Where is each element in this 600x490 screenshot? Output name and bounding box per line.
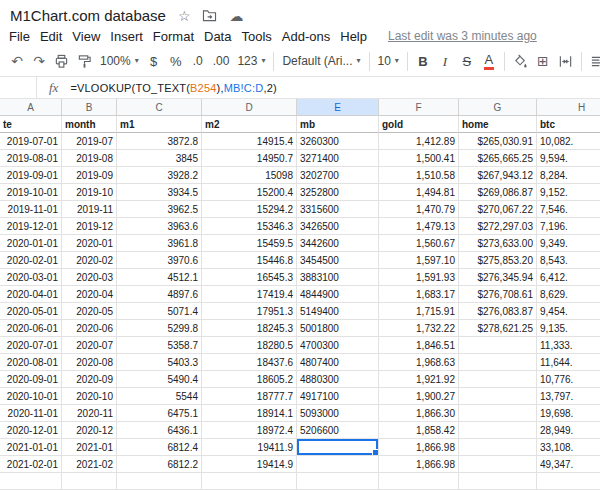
column-header-F[interactable]: F xyxy=(379,99,459,115)
cell[interactable]: 5544 xyxy=(117,388,202,405)
cell[interactable]: 49,347. xyxy=(537,456,600,473)
cell[interactable]: 18245.3 xyxy=(202,320,297,337)
format-as-percent-button[interactable]: % xyxy=(166,49,186,73)
cell[interactable]: 15098 xyxy=(202,167,297,184)
cell[interactable]: 3970.6 xyxy=(117,252,202,269)
cell[interactable]: 14950.7 xyxy=(202,150,297,167)
cell[interactable]: 1,494.81 xyxy=(379,184,459,201)
cell[interactable]: 5299.8 xyxy=(117,320,202,337)
star-icon[interactable]: ☆ xyxy=(178,9,191,23)
cell[interactable] xyxy=(459,371,537,388)
cell[interactable]: 1,560.67 xyxy=(379,235,459,252)
cell[interactable]: 2020-06 xyxy=(62,320,117,337)
cell[interactable]: $276,345.94 xyxy=(459,269,537,286)
cell[interactable]: 6,412. xyxy=(537,269,600,286)
cell[interactable]: 4880300 xyxy=(297,371,379,388)
cell[interactable]: 18280.5 xyxy=(202,337,297,354)
cell[interactable]: 1,866.98 xyxy=(379,439,459,456)
cell[interactable]: gold xyxy=(379,116,459,133)
cell[interactable]: 8,629. xyxy=(537,286,600,303)
cell[interactable]: 2019-12 xyxy=(62,218,117,235)
column-header-D[interactable]: D xyxy=(202,99,297,115)
cell[interactable] xyxy=(297,439,379,456)
menu-file[interactable]: File xyxy=(4,28,35,45)
decrease-decimal-places-button[interactable]: .0 xyxy=(188,49,208,73)
text-color-button[interactable]: A xyxy=(479,49,499,73)
cell[interactable] xyxy=(459,388,537,405)
cell[interactable]: 3202700 xyxy=(297,167,379,184)
cell[interactable]: 18605.2 xyxy=(202,371,297,388)
cell[interactable]: 4897.6 xyxy=(117,286,202,303)
undo-button[interactable]: ↶ xyxy=(7,49,27,73)
column-header-B[interactable]: B xyxy=(62,99,117,115)
cell[interactable]: 1,858.42 xyxy=(379,422,459,439)
cell[interactable]: $272,297.03 xyxy=(459,218,537,235)
cell[interactable]: 15200.4 xyxy=(202,184,297,201)
cell[interactable]: 3271400 xyxy=(297,150,379,167)
cell[interactable]: 2020-08-01 xyxy=(0,354,62,371)
cell[interactable]: home xyxy=(459,116,537,133)
cell[interactable]: 2020-02 xyxy=(62,252,117,269)
cell[interactable]: 3260300 xyxy=(297,133,379,150)
cell[interactable]: 1,732.22 xyxy=(379,320,459,337)
cell[interactable]: 6812.2 xyxy=(117,456,202,473)
cell[interactable]: 5093000 xyxy=(297,405,379,422)
formula-input[interactable]: =VLOOKUP(TO_TEXT(B254),MB!C:D,2) xyxy=(70,82,276,94)
cell[interactable]: 2019-12-01 xyxy=(0,218,62,235)
cell[interactable]: 2021-01-01 xyxy=(0,439,62,456)
cell[interactable]: 1,510.58 xyxy=(379,167,459,184)
cell[interactable]: 19,698. xyxy=(537,405,600,422)
strikethrough-button[interactable]: S xyxy=(457,49,477,73)
cell[interactable] xyxy=(297,456,379,473)
cell[interactable]: 1,470.79 xyxy=(379,201,459,218)
cell[interactable]: 2019-07-01 xyxy=(0,133,62,150)
cell[interactable]: 1,715.91 xyxy=(379,303,459,320)
cell[interactable]: 5490.4 xyxy=(117,371,202,388)
cell[interactable] xyxy=(62,473,117,490)
cell[interactable] xyxy=(459,439,537,456)
column-header-A[interactable]: A xyxy=(0,99,62,115)
cell[interactable]: 4700300 xyxy=(297,337,379,354)
cell[interactable]: 3454500 xyxy=(297,252,379,269)
cell[interactable]: 4917100 xyxy=(297,388,379,405)
cell[interactable]: 2020-10 xyxy=(62,388,117,405)
cell[interactable]: $276,083.87 xyxy=(459,303,537,320)
cell[interactable]: 33,108. xyxy=(537,439,600,456)
cell[interactable]: 17951.3 xyxy=(202,303,297,320)
cell[interactable]: 2020-05-01 xyxy=(0,303,62,320)
cell[interactable]: 3442600 xyxy=(297,235,379,252)
font-family-select[interactable]: Default (Ari...▾ xyxy=(279,49,363,73)
cell[interactable]: $273,633.00 xyxy=(459,235,537,252)
cell[interactable]: 15294.2 xyxy=(202,201,297,218)
cell[interactable]: 2020-08 xyxy=(62,354,117,371)
menu-insert[interactable]: Insert xyxy=(105,28,148,45)
menu-edit[interactable]: Edit xyxy=(35,28,67,45)
italic-button[interactable]: I xyxy=(435,49,455,73)
cell[interactable]: 19411.9 xyxy=(202,439,297,456)
column-header-E[interactable]: E xyxy=(297,99,379,115)
cell[interactable]: 2019-11-01 xyxy=(0,201,62,218)
cell[interactable]: 18777.7 xyxy=(202,388,297,405)
cell[interactable]: 8,284. xyxy=(537,167,600,184)
cell[interactable]: btc xyxy=(537,116,600,133)
cell[interactable]: 2020-04-01 xyxy=(0,286,62,303)
cell[interactable]: 2020-09-01 xyxy=(0,371,62,388)
column-header-C[interactable]: C xyxy=(117,99,202,115)
cell[interactable]: $269,086.87 xyxy=(459,184,537,201)
cell[interactable]: 15459.5 xyxy=(202,235,297,252)
cell[interactable]: 2020-11 xyxy=(62,405,117,422)
cell[interactable] xyxy=(459,422,537,439)
format-as-currency-button[interactable]: $ xyxy=(144,49,164,73)
cell[interactable] xyxy=(459,473,537,490)
cell[interactable] xyxy=(459,337,537,354)
cell[interactable]: 2020-05 xyxy=(62,303,117,320)
cell[interactable]: 2020-07-01 xyxy=(0,337,62,354)
cell[interactable]: 2020-03 xyxy=(62,269,117,286)
cell[interactable]: 3962.5 xyxy=(117,201,202,218)
cell[interactable]: 2020-09 xyxy=(62,371,117,388)
cell[interactable]: $270,067.22 xyxy=(459,201,537,218)
cell[interactable]: te xyxy=(0,116,62,133)
cell[interactable]: 2020-10-01 xyxy=(0,388,62,405)
cell[interactable]: 4807400 xyxy=(297,354,379,371)
cell[interactable]: 1,900.27 xyxy=(379,388,459,405)
